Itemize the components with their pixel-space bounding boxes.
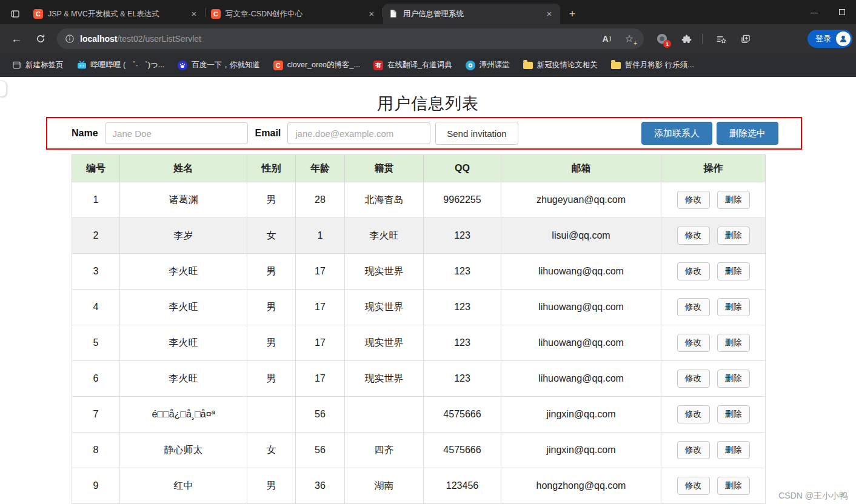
watermark: CSDN @王小小鸭 (778, 491, 848, 502)
edit-button[interactable]: 修改 (677, 262, 710, 280)
edit-button[interactable]: 修改 (677, 441, 710, 459)
browser-tab-active-user-system[interactable]: 用户信息管理系统 × (383, 4, 560, 24)
tab-close-icon[interactable]: × (366, 8, 377, 19)
cell-email: lihuowang@qq.com (501, 254, 661, 290)
bookmark-new-tab-page[interactable]: 新建标签页 (5, 57, 70, 74)
cell-id: 4 (72, 290, 120, 325)
cell-email: hongzhong@qq.com (501, 468, 661, 504)
read-aloud-icon[interactable]: A (598, 29, 617, 48)
csdn-icon: C (33, 9, 43, 19)
browser-tab-csdn-jsp[interactable]: C JSP & MVC开发模式 & EL表达式 × (28, 4, 205, 24)
url-text: localhost/test02/userListServlet (80, 34, 201, 44)
delete-button[interactable]: 删除 (717, 262, 750, 280)
delete-button[interactable]: 删除 (717, 370, 750, 388)
cell-age: 17 (296, 290, 345, 325)
add-favorite-star-icon[interactable]: ☆ + (620, 29, 639, 48)
cell-id: 3 (72, 254, 120, 290)
window-controls: — (800, 0, 856, 24)
new-tab-button[interactable]: + (564, 5, 581, 22)
delete-selected-button[interactable]: 删除选中 (717, 122, 778, 145)
cell-age: 17 (296, 254, 345, 290)
browser-tab-csdn-write[interactable]: C 写文章-CSDN创作中心 × (206, 4, 383, 24)
back-button[interactable]: ← (6, 28, 27, 49)
cell-gender: 男 (247, 325, 296, 361)
cell-qq: 123 (424, 325, 501, 361)
cell-age: 36 (296, 468, 345, 504)
cell-actions: 修改删除 (661, 433, 766, 468)
delete-button[interactable]: 删除 (717, 441, 750, 459)
cell-origin: 现实世界 (345, 361, 424, 397)
col-header-name: 姓名 (120, 155, 247, 182)
bookmark-bilibili[interactable]: 哔哩哔哩 ( ゜- ゜)つ... (70, 57, 172, 74)
bookmark-baidu[interactable]: 百度一下，你就知道 (171, 57, 267, 74)
bookmark-youdao[interactable]: 有 在线翻译_有道词典 (367, 57, 459, 74)
cell-origin: 湖南 (345, 468, 424, 504)
bookmark-label: 新冠疫情论文相关 (537, 60, 598, 70)
send-invitation-button[interactable]: Send invitation (435, 122, 518, 145)
edit-button[interactable]: 修改 (677, 370, 710, 388)
cell-name: 静心师太 (120, 433, 247, 468)
minimize-button[interactable]: — (800, 0, 828, 24)
edit-button[interactable]: 修改 (677, 227, 710, 245)
csdn-icon: C (273, 61, 283, 70)
delete-button[interactable]: 删除 (717, 405, 750, 423)
table-row: 5李火旺男17现实世界123lihuowang@qq.com修改删除 (72, 325, 766, 361)
collections-icon[interactable] (735, 29, 755, 48)
cell-name: 李岁 (120, 218, 247, 254)
delete-button[interactable]: 删除 (717, 334, 750, 352)
bookmarks-bar: 新建标签页 哔哩哔哩 ( ゜- ゜)つ... (0, 53, 856, 77)
extensions-puzzle-icon[interactable] (677, 29, 696, 48)
edit-button[interactable]: 修改 (677, 334, 710, 352)
edit-button[interactable]: 修改 (677, 298, 710, 316)
address-bar[interactable]: localhost/test02/userListServlet A ☆ + (57, 28, 644, 49)
cell-age: 56 (296, 433, 345, 468)
edit-button[interactable]: 修改 (677, 405, 710, 423)
bookmark-label: clover_oreo的博客_... (287, 60, 360, 70)
add-contact-button[interactable]: 添加联系人 (641, 122, 712, 145)
cell-email: jingxin@qq.com (501, 433, 661, 468)
cell-actions: 修改删除 (661, 290, 766, 325)
tab-close-icon[interactable]: × (544, 8, 555, 19)
cell-qq: 4575666 (424, 433, 501, 468)
name-input[interactable] (105, 122, 248, 144)
maximize-button[interactable] (828, 0, 856, 24)
cell-gender: 男 (247, 361, 296, 397)
cell-name: é□□å¿□å¸□å¤ª (120, 397, 247, 433)
site-info-icon[interactable] (62, 31, 78, 47)
bookmark-folder-misc[interactable]: 暂伴月将影 行乐须... (604, 57, 701, 74)
edit-button[interactable]: 修改 (677, 477, 710, 495)
bookmark-csdn-blog[interactable]: C clover_oreo的博客_... (267, 57, 367, 74)
col-header-email: 邮箱 (501, 155, 661, 182)
cell-qq: 123456 (424, 468, 501, 504)
email-input[interactable] (287, 122, 430, 144)
col-header-id: 编号 (72, 155, 120, 182)
cell-gender: 男 (247, 182, 296, 218)
cell-gender (247, 397, 296, 433)
edit-button[interactable]: 修改 (677, 191, 710, 209)
tab-actions-menu-button[interactable] (5, 4, 25, 24)
delete-button[interactable]: 删除 (717, 191, 750, 209)
bookmark-label: 在线翻译_有道词典 (387, 60, 452, 70)
cell-actions: 修改删除 (661, 218, 766, 254)
delete-button[interactable]: 删除 (717, 477, 750, 495)
bookmark-tanzhou[interactable]: 潭州课堂 (459, 57, 517, 74)
extension-icon[interactable]: 1 (652, 29, 672, 48)
url-host: localhost (80, 34, 117, 44)
favorites-bar-icon[interactable] (711, 29, 731, 48)
cell-name: 李火旺 (120, 361, 247, 397)
tab-actions-icon (10, 9, 20, 19)
cell-id: 7 (72, 397, 120, 433)
notification-badge: 1 (663, 40, 671, 48)
bookmark-label: 新建标签页 (25, 60, 64, 70)
delete-button[interactable]: 删除 (717, 298, 750, 316)
table-header-row: 编号 姓名 性别 年龄 籍贯 QQ 邮箱 操作 (72, 155, 766, 182)
cell-name: 诸葛渊 (120, 182, 247, 218)
bookmark-folder-covid-papers[interactable]: 新冠疫情论文相关 (517, 57, 604, 74)
cell-actions: 修改删除 (661, 325, 766, 361)
cell-age: 56 (296, 397, 345, 433)
delete-button[interactable]: 删除 (717, 227, 750, 245)
refresh-button[interactable] (30, 28, 51, 49)
signin-button[interactable]: 登录 (808, 30, 852, 48)
tab-close-icon[interactable]: × (189, 8, 199, 19)
maximize-icon (839, 9, 845, 15)
